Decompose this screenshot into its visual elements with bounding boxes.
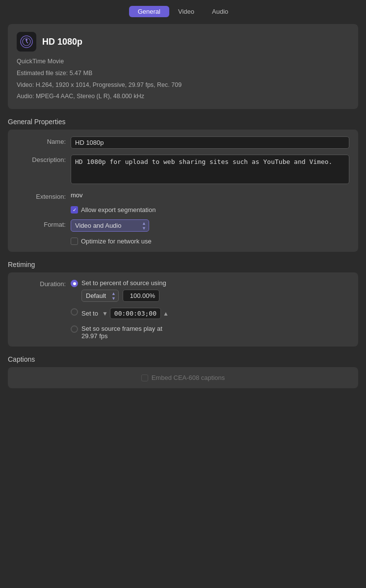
- optimize-checkbox[interactable]: [71, 238, 78, 245]
- tab-audio[interactable]: Audio: [203, 6, 237, 17]
- allow-export-value: ✓ Allow export segmentation: [71, 206, 349, 214]
- format-select-container: Video and Audio Video Only Audio Only ▲ …: [71, 219, 149, 232]
- description-label: Description:: [17, 155, 71, 163]
- captions-checkbox[interactable]: [141, 374, 148, 381]
- allow-export-spacer: [17, 206, 71, 208]
- radio-button-2[interactable]: [71, 308, 78, 316]
- optimize-row: Optimize for network use: [17, 238, 349, 245]
- radio-button-1[interactable]: [71, 280, 78, 287]
- timecode-wrapper: ▼ 00:00:03;00 ▲: [102, 308, 169, 319]
- captions-label: Embed CEA-608 captions: [152, 374, 225, 381]
- summary-audio-info: Audio: MPEG-4 AAC, Stereo (L R), 48.000 …: [17, 92, 349, 101]
- percent-input[interactable]: [123, 290, 159, 302]
- name-value: [71, 136, 349, 149]
- quicktime-icon: [17, 32, 36, 52]
- timecode-controls: Set to ▼ 00:00:03;00 ▲: [81, 308, 349, 319]
- description-value: HD 1080p for upload to web sharing sites…: [71, 155, 349, 186]
- radio-option-3: Set so source frames play at 29.97 fps: [71, 325, 349, 340]
- radio-content-3: Set so source frames play at 29.97 fps: [81, 325, 349, 340]
- radio-option-1: Set to percent of source using Default ▲…: [71, 279, 349, 302]
- captions-checkbox-row: Embed CEA-608 captions: [141, 374, 225, 381]
- format-dropdown[interactable]: Video and Audio Video Only Audio Only: [71, 219, 149, 232]
- radio-label-1: Set to percent of source using: [81, 279, 349, 287]
- general-properties-label: General Properties: [8, 118, 358, 126]
- summary-title: HD 1080p: [42, 37, 82, 47]
- optimize-value: Optimize for network use: [71, 238, 349, 245]
- summary-card: HD 1080p QuickTime Movie Estimated file …: [8, 24, 358, 109]
- extension-text: mov: [71, 190, 83, 199]
- summary-header: HD 1080p: [17, 32, 349, 52]
- format-row: Format: Video and Audio Video Only Audio…: [17, 219, 349, 232]
- format-label: Format:: [17, 219, 71, 228]
- radio-content-1: Set to percent of source using Default ▲…: [81, 279, 349, 302]
- general-properties-card: Name: Description: HD 1080p for upload t…: [8, 130, 358, 252]
- description-input[interactable]: HD 1080p for upload to web sharing sites…: [71, 155, 349, 184]
- name-row: Name:: [17, 136, 349, 149]
- retiming-card: Duration: Set to percent of source using…: [8, 272, 358, 347]
- radio-options: Set to percent of source using Default ▲…: [71, 279, 349, 340]
- name-input[interactable]: [71, 136, 349, 149]
- radio-content-2: Set to ▼ 00:00:03;00 ▲: [81, 308, 349, 319]
- name-label: Name:: [17, 136, 71, 145]
- radio-option-2: Set to ▼ 00:00:03;00 ▲: [71, 308, 349, 319]
- duration-row: Duration: Set to percent of source using…: [17, 279, 349, 340]
- default-select-container: Default ▲ ▼: [81, 290, 119, 302]
- allow-export-checkbox[interactable]: ✓: [71, 206, 78, 214]
- radio-inner-1: [73, 282, 76, 285]
- allow-export-checkbox-row: ✓ Allow export segmentation: [71, 206, 349, 214]
- tab-bar: General Video Audio: [0, 0, 366, 24]
- optimize-spacer: [17, 238, 71, 239]
- radio-button-3[interactable]: [71, 325, 78, 333]
- allow-export-label: Allow export segmentation: [81, 206, 156, 214]
- percent-controls: Default ▲ ▼: [81, 290, 349, 302]
- duration-label: Duration:: [17, 279, 71, 288]
- default-dropdown[interactable]: Default: [81, 290, 119, 302]
- tab-video[interactable]: Video: [169, 6, 203, 17]
- svg-point-2: [26, 39, 27, 41]
- checkmark-icon: ✓: [73, 208, 77, 213]
- retiming-label: Retiming: [8, 261, 358, 268]
- extension-row: Extension: mov: [17, 191, 349, 200]
- optimize-checkbox-row: Optimize for network use: [71, 238, 349, 245]
- summary-filesize: Estimated file size: 5.47 MB: [17, 69, 349, 78]
- radio-label-3-line1: Set so source frames play at: [81, 325, 349, 332]
- tab-general[interactable]: General: [129, 6, 169, 17]
- radio-label-3-line2: 29.97 fps: [81, 332, 349, 340]
- extension-label: Extension:: [17, 191, 71, 200]
- captions-card: Embed CEA-608 captions: [8, 367, 358, 388]
- captions-section-label: Captions: [8, 355, 358, 363]
- summary-format: QuickTime Movie: [17, 57, 349, 66]
- allow-export-row: ✓ Allow export segmentation: [17, 206, 349, 214]
- format-value: Video and Audio Video Only Audio Only ▲ …: [71, 219, 349, 232]
- extension-value: mov: [71, 191, 349, 199]
- timecode-up-arrow[interactable]: ▲: [163, 310, 169, 317]
- timecode-down-arrow[interactable]: ▼: [102, 310, 108, 317]
- radio-label-2: Set to: [81, 310, 98, 317]
- description-row: Description: HD 1080p for upload to web …: [17, 155, 349, 186]
- summary-video-info: Video: H.264, 1920 x 1014, Progressive, …: [17, 80, 349, 90]
- optimize-label: Optimize for network use: [81, 238, 152, 245]
- timecode-display[interactable]: 00:00:03;00: [110, 308, 161, 319]
